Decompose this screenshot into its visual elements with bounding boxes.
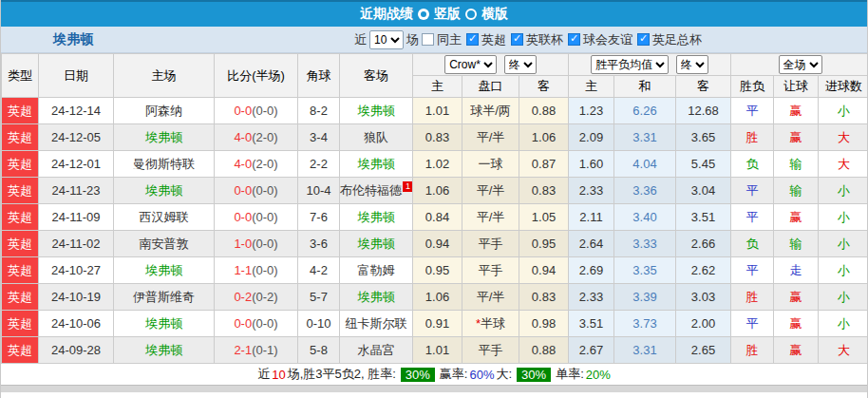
same-home-checkbox[interactable] (422, 33, 434, 46)
away-team[interactable]: 富勒姆 (340, 257, 413, 284)
col-type: 类型 (2, 54, 39, 98)
win-draw-lose-result: 平 (731, 204, 774, 231)
away-team[interactable]: 布伦特福德1 (340, 178, 413, 204)
home-team[interactable]: 曼彻斯特联 (114, 151, 215, 178)
big-rate-badge: 30% (517, 368, 551, 382)
fulltime-score: 1-1 (234, 263, 252, 277)
avg-away-odds: 2.65 (676, 337, 731, 364)
col-odds-home: 主 (413, 76, 462, 98)
home-team[interactable]: 南安普敦 (114, 231, 215, 257)
corner-score: 5-8 (298, 337, 340, 364)
away-team[interactable]: 埃弗顿 (340, 151, 413, 178)
table-row: 英超 24-12-01 曼彻斯特联 4-0(2-0) 2-2 埃弗顿 1.02 … (2, 151, 868, 178)
window-bottom-strip (1, 385, 867, 392)
subheader: 埃弗顿 近 10 场 同主 英超 英联杯 球会友谊 英足总杯 (1, 27, 867, 53)
avg-draw-odds: 3.36 (614, 178, 676, 204)
handicap-odds-away: 0.83 (519, 178, 569, 204)
avg-draw-odds: 3.73 (614, 311, 676, 337)
match-league-badge: 英超 (2, 284, 39, 311)
handicap-line: 平/半 (462, 178, 519, 204)
league-filter-checkbox-friendly[interactable] (568, 33, 580, 46)
win-draw-lose-result: 胜 (731, 124, 774, 151)
home-team[interactable]: 伊普斯维奇 (114, 284, 215, 311)
vertical-layout-radio[interactable] (418, 9, 429, 20)
home-team[interactable]: 埃弗顿 (114, 124, 215, 151)
home-team[interactable]: 埃弗顿 (114, 257, 215, 284)
home-team[interactable]: 阿森纳 (114, 98, 215, 124)
match-count-select[interactable]: 10 (369, 30, 404, 49)
home-team[interactable]: 西汉姆联 (114, 204, 215, 231)
table-row: 英超 24-09-28 埃弗顿 2-1(0-1) 5-8 水晶宫 1.01 平手… (2, 337, 868, 364)
away-team[interactable]: 埃弗顿 (340, 284, 413, 311)
handicap-odds-away: 0.98 (519, 311, 569, 337)
match-date: 24-10-06 (39, 311, 114, 337)
goals-result: 小 (819, 98, 868, 124)
handicap-odds-home: 1.06 (413, 178, 462, 204)
handicap-odds-home: 0.91 (413, 311, 462, 337)
handicap-odds-home: 1.01 (413, 337, 462, 364)
bookmaker-state-select[interactable]: 终 (504, 55, 537, 74)
league-filter-label-friendly[interactable]: 球会友谊 (583, 31, 632, 48)
fulltime-score: 1-0 (234, 237, 252, 251)
home-team[interactable]: 埃弗顿 (114, 337, 215, 364)
avg-draw-odds: 3.33 (614, 231, 676, 257)
match-score: 0-2(0-2) (215, 284, 298, 311)
handicap-odds-home: 0.84 (413, 204, 462, 231)
scope-select[interactable]: 全场 (779, 55, 822, 74)
avg-odds-select[interactable]: 胜平负均值 (591, 55, 669, 74)
league-filter-label-efl-cup[interactable]: 英联杯 (526, 31, 563, 48)
handicap-result: 赢 (774, 311, 819, 337)
home-team[interactable]: 埃弗顿 (114, 178, 215, 204)
league-filter-label-premier[interactable]: 英超 (481, 31, 506, 48)
home-team[interactable]: 埃弗顿 (114, 311, 215, 337)
fulltime-score: 0-0 (234, 183, 252, 198)
avg-home-odds: 2.09 (569, 124, 614, 151)
handicap-star-mark: * (476, 316, 481, 331)
win-draw-lose-result: 平 (731, 178, 774, 204)
league-filter-checkbox-efl-cup[interactable] (511, 33, 523, 46)
match-date: 24-11-23 (39, 178, 114, 204)
match-table: 类型 日期 主场 比分(半场) 角球 客场 Crow* 终 胜平负均值 终 全场 (1, 53, 868, 364)
league-filter-label-fa-cup[interactable]: 英足总杯 (652, 31, 702, 48)
horizontal-layout-radio[interactable] (465, 9, 477, 20)
away-team[interactable]: 埃弗顿 (340, 204, 413, 231)
away-team[interactable]: 埃弗顿 (340, 98, 413, 124)
away-team[interactable]: 纽卡斯尔联 (340, 311, 413, 337)
same-home-label[interactable]: 同主 (437, 31, 462, 48)
away-team[interactable]: 水晶宫 (340, 337, 413, 364)
avg-odds-state-select[interactable]: 终 (676, 55, 708, 74)
avg-away-odds: 2.00 (676, 311, 731, 337)
handicap-odds-away: 0.95 (519, 231, 569, 257)
summary-record: 场,胜3平5负2, 胜率: (288, 366, 396, 383)
match-league-badge: 英超 (2, 231, 39, 257)
handicap-line: 平手 (462, 337, 519, 364)
handicap-result: 走 (774, 257, 819, 284)
handicap-result: 输 (774, 151, 819, 178)
handicap-line: 平/半 (462, 284, 519, 311)
avg-home-odds: 1.60 (569, 151, 614, 178)
corner-score: 0-10 (298, 311, 340, 337)
league-filter-checkbox-fa-cup[interactable] (637, 33, 650, 46)
away-team[interactable]: 埃弗顿 (340, 231, 413, 257)
halftime-score: (2-0) (252, 130, 277, 144)
handicap-group-header: Crow* 终 (413, 54, 569, 76)
match-score: 0-0(0-0) (215, 98, 298, 124)
table-row: 英超 24-10-19 伊普斯维奇 0-2(0-2) 5-7 埃弗顿 1.06 … (2, 284, 868, 311)
col-score: 比分(半场) (215, 54, 298, 98)
summary-bar: 近 10 场,胜3平5负2, 胜率: 30% 赢率: 60% 大: 30% 单率… (1, 364, 867, 385)
match-score: 1-1(0-0) (215, 257, 298, 284)
team-note-badge: 1 (403, 181, 413, 192)
league-filter-checkbox-premier[interactable] (466, 33, 479, 46)
away-team[interactable]: 狼队 (340, 124, 413, 151)
avg-home-odds: 3.51 (569, 311, 614, 337)
halftime-score: (0-1) (252, 343, 277, 357)
avg-draw-odds: 3.40 (614, 204, 676, 231)
bookmaker-select[interactable]: Crow* (444, 55, 497, 74)
match-score: 2-1(0-1) (215, 337, 298, 364)
summary-near: 近 (257, 366, 270, 383)
games-label: 场 (406, 31, 419, 48)
horizontal-layout-label[interactable]: 横版 (481, 6, 508, 23)
win-draw-lose-result: 负 (731, 151, 774, 178)
vertical-layout-label[interactable]: 竖版 (434, 6, 461, 23)
match-league-badge: 英超 (2, 178, 39, 204)
